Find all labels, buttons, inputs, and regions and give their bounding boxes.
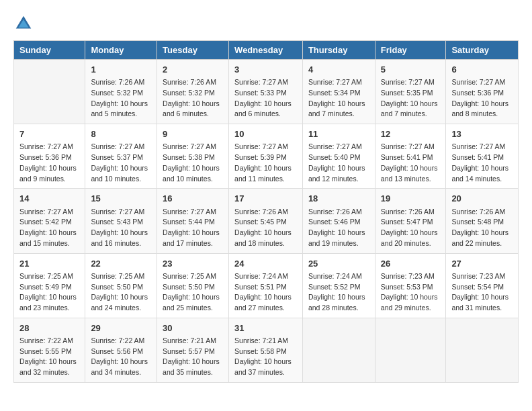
day-info: Sunrise: 7:25 AM Sunset: 5:49 PM Dayligh… <box>19 271 79 314</box>
col-header-friday: Friday <box>375 41 446 60</box>
day-info: Sunrise: 7:27 AM Sunset: 5:44 PM Dayligh… <box>163 207 223 249</box>
day-number: 6 <box>451 64 513 76</box>
calendar-week-2: 7Sunrise: 7:27 AM Sunset: 5:36 PM Daylig… <box>14 124 519 189</box>
day-info: Sunrise: 7:26 AM Sunset: 5:48 PM Dayligh… <box>451 207 513 249</box>
col-header-saturday: Saturday <box>446 41 519 60</box>
calendar-cell: 13Sunrise: 7:27 AM Sunset: 5:41 PM Dayli… <box>446 124 519 189</box>
day-info: Sunrise: 7:27 AM Sunset: 5:40 PM Dayligh… <box>308 142 369 184</box>
day-number: 19 <box>381 193 441 205</box>
day-info: Sunrise: 7:21 AM Sunset: 5:57 PM Dayligh… <box>163 336 223 378</box>
calendar-cell: 18Sunrise: 7:26 AM Sunset: 5:46 PM Dayli… <box>302 189 375 253</box>
day-number: 14 <box>19 193 79 205</box>
calendar-cell <box>375 318 446 382</box>
calendar-cell: 29Sunrise: 7:22 AM Sunset: 5:56 PM Dayli… <box>85 318 157 382</box>
calendar-cell <box>14 60 85 124</box>
day-number: 10 <box>234 128 297 140</box>
day-number: 23 <box>163 258 223 270</box>
day-info: Sunrise: 7:26 AM Sunset: 5:45 PM Dayligh… <box>234 207 297 249</box>
calendar-table: SundayMondayTuesdayWednesdayThursdayFrid… <box>13 40 519 383</box>
day-number: 2 <box>163 64 223 76</box>
day-number: 7 <box>19 128 79 140</box>
calendar-cell: 26Sunrise: 7:23 AM Sunset: 5:53 PM Dayli… <box>375 253 446 318</box>
calendar-cell: 5Sunrise: 7:27 AM Sunset: 5:35 PM Daylig… <box>375 60 446 124</box>
calendar-cell: 8Sunrise: 7:27 AM Sunset: 5:37 PM Daylig… <box>85 124 157 189</box>
day-info: Sunrise: 7:21 AM Sunset: 5:58 PM Dayligh… <box>234 336 297 378</box>
day-number: 16 <box>163 193 223 205</box>
day-info: Sunrise: 7:27 AM Sunset: 5:43 PM Dayligh… <box>91 207 151 249</box>
calendar-cell: 16Sunrise: 7:27 AM Sunset: 5:44 PM Dayli… <box>157 189 229 253</box>
calendar-cell: 27Sunrise: 7:23 AM Sunset: 5:54 PM Dayli… <box>446 253 519 318</box>
day-info: Sunrise: 7:25 AM Sunset: 5:50 PM Dayligh… <box>91 271 151 314</box>
page-header <box>13 13 519 34</box>
calendar-cell: 30Sunrise: 7:21 AM Sunset: 5:57 PM Dayli… <box>157 318 229 382</box>
calendar-cell: 7Sunrise: 7:27 AM Sunset: 5:36 PM Daylig… <box>14 124 85 189</box>
day-number: 3 <box>234 64 297 76</box>
header-row: SundayMondayTuesdayWednesdayThursdayFrid… <box>14 41 519 60</box>
day-info: Sunrise: 7:27 AM Sunset: 5:42 PM Dayligh… <box>19 207 79 249</box>
calendar-cell: 31Sunrise: 7:21 AM Sunset: 5:58 PM Dayli… <box>229 318 303 382</box>
day-number: 5 <box>381 64 441 76</box>
calendar-cell: 25Sunrise: 7:24 AM Sunset: 5:52 PM Dayli… <box>302 253 375 318</box>
day-info: Sunrise: 7:23 AM Sunset: 5:54 PM Dayligh… <box>451 271 513 314</box>
calendar-cell: 19Sunrise: 7:26 AM Sunset: 5:47 PM Dayli… <box>375 189 446 253</box>
col-header-monday: Monday <box>85 41 157 60</box>
day-number: 11 <box>308 128 369 140</box>
calendar-cell: 22Sunrise: 7:25 AM Sunset: 5:50 PM Dayli… <box>85 253 157 318</box>
day-info: Sunrise: 7:24 AM Sunset: 5:51 PM Dayligh… <box>234 271 297 314</box>
day-number: 4 <box>308 64 369 76</box>
calendar-cell: 4Sunrise: 7:27 AM Sunset: 5:34 PM Daylig… <box>302 60 375 124</box>
day-info: Sunrise: 7:26 AM Sunset: 5:46 PM Dayligh… <box>308 207 369 249</box>
day-info: Sunrise: 7:24 AM Sunset: 5:52 PM Dayligh… <box>308 271 369 314</box>
day-number: 31 <box>234 322 297 334</box>
logo <box>13 13 36 34</box>
day-info: Sunrise: 7:22 AM Sunset: 5:56 PM Dayligh… <box>91 336 151 378</box>
logo-icon <box>13 13 34 34</box>
day-info: Sunrise: 7:27 AM Sunset: 5:36 PM Dayligh… <box>451 77 513 120</box>
day-number: 28 <box>19 322 79 334</box>
day-info: Sunrise: 7:27 AM Sunset: 5:36 PM Dayligh… <box>19 142 79 184</box>
day-info: Sunrise: 7:27 AM Sunset: 5:33 PM Dayligh… <box>234 77 297 120</box>
col-header-wednesday: Wednesday <box>229 41 303 60</box>
calendar-cell: 15Sunrise: 7:27 AM Sunset: 5:43 PM Dayli… <box>85 189 157 253</box>
day-number: 20 <box>451 193 513 205</box>
calendar-cell: 17Sunrise: 7:26 AM Sunset: 5:45 PM Dayli… <box>229 189 303 253</box>
day-info: Sunrise: 7:27 AM Sunset: 5:38 PM Dayligh… <box>163 142 223 184</box>
day-info: Sunrise: 7:27 AM Sunset: 5:41 PM Dayligh… <box>381 142 441 184</box>
col-header-thursday: Thursday <box>302 41 375 60</box>
calendar-cell: 11Sunrise: 7:27 AM Sunset: 5:40 PM Dayli… <box>302 124 375 189</box>
day-number: 22 <box>91 258 151 270</box>
calendar-cell: 10Sunrise: 7:27 AM Sunset: 5:39 PM Dayli… <box>229 124 303 189</box>
col-header-tuesday: Tuesday <box>157 41 229 60</box>
calendar-cell: 23Sunrise: 7:25 AM Sunset: 5:50 PM Dayli… <box>157 253 229 318</box>
day-info: Sunrise: 7:27 AM Sunset: 5:37 PM Dayligh… <box>91 142 151 184</box>
day-number: 27 <box>451 258 513 270</box>
day-info: Sunrise: 7:27 AM Sunset: 5:35 PM Dayligh… <box>381 77 441 120</box>
day-number: 26 <box>381 258 441 270</box>
calendar-week-3: 14Sunrise: 7:27 AM Sunset: 5:42 PM Dayli… <box>14 189 519 253</box>
calendar-cell: 14Sunrise: 7:27 AM Sunset: 5:42 PM Dayli… <box>14 189 85 253</box>
calendar-cell: 20Sunrise: 7:26 AM Sunset: 5:48 PM Dayli… <box>446 189 519 253</box>
calendar-cell: 6Sunrise: 7:27 AM Sunset: 5:36 PM Daylig… <box>446 60 519 124</box>
calendar-cell: 9Sunrise: 7:27 AM Sunset: 5:38 PM Daylig… <box>157 124 229 189</box>
day-number: 8 <box>91 128 151 140</box>
calendar-cell: 28Sunrise: 7:22 AM Sunset: 5:55 PM Dayli… <box>14 318 85 382</box>
day-info: Sunrise: 7:27 AM Sunset: 5:41 PM Dayligh… <box>451 142 513 184</box>
calendar-cell: 12Sunrise: 7:27 AM Sunset: 5:41 PM Dayli… <box>375 124 446 189</box>
day-info: Sunrise: 7:22 AM Sunset: 5:55 PM Dayligh… <box>19 336 79 378</box>
calendar-cell: 1Sunrise: 7:26 AM Sunset: 5:32 PM Daylig… <box>85 60 157 124</box>
calendar-week-1: 1Sunrise: 7:26 AM Sunset: 5:32 PM Daylig… <box>14 60 519 124</box>
day-number: 12 <box>381 128 441 140</box>
calendar-cell: 21Sunrise: 7:25 AM Sunset: 5:49 PM Dayli… <box>14 253 85 318</box>
day-number: 24 <box>234 258 297 270</box>
day-info: Sunrise: 7:27 AM Sunset: 5:39 PM Dayligh… <box>234 142 297 184</box>
calendar-cell: 2Sunrise: 7:26 AM Sunset: 5:32 PM Daylig… <box>157 60 229 124</box>
calendar-cell: 24Sunrise: 7:24 AM Sunset: 5:51 PM Dayli… <box>229 253 303 318</box>
day-number: 18 <box>308 193 369 205</box>
day-number: 1 <box>91 64 151 76</box>
day-info: Sunrise: 7:26 AM Sunset: 5:32 PM Dayligh… <box>91 77 151 120</box>
day-number: 13 <box>451 128 513 140</box>
day-number: 29 <box>91 322 151 334</box>
calendar-cell <box>446 318 519 382</box>
day-number: 17 <box>234 193 297 205</box>
calendar-cell: 3Sunrise: 7:27 AM Sunset: 5:33 PM Daylig… <box>229 60 303 124</box>
